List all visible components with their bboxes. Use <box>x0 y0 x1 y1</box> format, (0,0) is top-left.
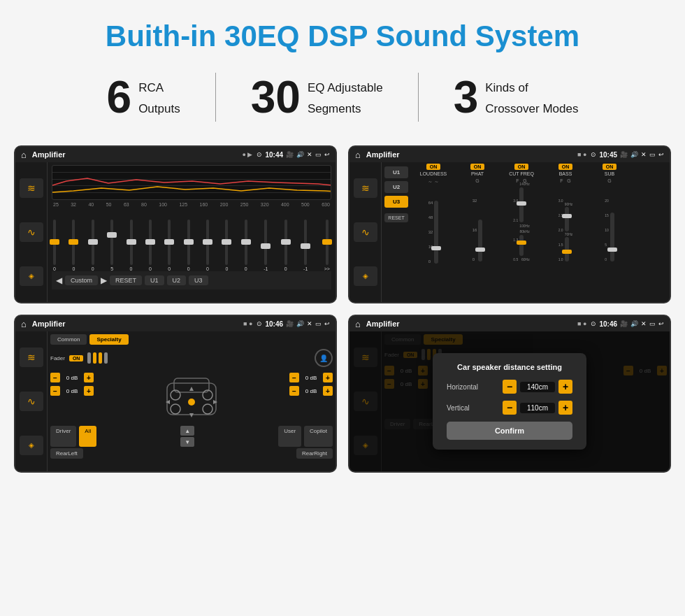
bass-slider2[interactable] <box>565 237 569 262</box>
eq-freq-labels: 25 32 40 50 63 80 100 125 160 200 250 32… <box>52 202 331 207</box>
chevron-up-btn[interactable]: ▲ <box>180 426 194 436</box>
db-minus-rr[interactable]: − <box>289 386 299 396</box>
dialog-vertical-plus[interactable]: + <box>558 401 572 415</box>
eq-prev-icon[interactable]: ◀ <box>56 275 62 285</box>
screen1-back-icon[interactable]: ↩ <box>324 151 330 158</box>
eq-reset-btn[interactable]: RESET <box>110 275 142 285</box>
screen3-wave-btn[interactable]: ∿ <box>20 392 43 411</box>
screen4-home-icon[interactable]: ⌂ <box>355 319 361 329</box>
screen3-home-icon[interactable]: ⌂ <box>21 319 27 329</box>
speaker-bottom-btns2: RearLeft RearRight <box>50 448 333 459</box>
db-control-fl: − 0 dB + <box>50 373 94 382</box>
btn-copilot[interactable]: Copilot <box>304 426 333 447</box>
eq-slider-12: -1 <box>264 220 268 271</box>
screen-distance: ⌂ Amplifier ■ ● ⊙ 10:46 🎥 🔊 ✕ ▭ ↩ ≋ ∿ ◈ <box>348 315 671 473</box>
sub-slider[interactable] <box>610 213 614 262</box>
screen4-statusbar: ⌂ Amplifier ■ ● ⊙ 10:46 🎥 🔊 ✕ ▭ ↩ <box>349 316 670 331</box>
eq-u3-btn[interactable]: U3 <box>189 275 208 285</box>
bass-slider-area: 3.02.52.01.51.0 90Hz 70Hz <box>558 185 573 262</box>
eq-slider-13: 0 <box>284 220 287 271</box>
stat-rca: 6 RCA Outputs <box>72 75 215 120</box>
speaker-settings-icon[interactable]: 👤 <box>315 349 333 367</box>
db-minus-fr[interactable]: − <box>289 373 299 382</box>
bass-slider1[interactable] <box>565 207 569 231</box>
bass-on[interactable]: ON <box>558 164 573 170</box>
speaker-main: Common Specialty Fader ON 👤 <box>48 331 336 471</box>
dialog-vertical-minus[interactable]: − <box>503 401 517 415</box>
stat-number-eq: 30 <box>251 75 301 120</box>
stat-number-rca: 6 <box>107 75 132 120</box>
speaker-layout: − 0 dB + − 0 dB + <box>50 373 333 422</box>
screen4-title: Amplifier <box>366 320 575 328</box>
cutfreq-slider1[interactable] <box>519 187 524 222</box>
screen3-status-icons: ⊙ 10:46 🎥 🔊 ✕ ▭ ↩ <box>257 320 330 328</box>
tab-common[interactable]: Common <box>50 334 87 345</box>
db-minus-rl[interactable]: − <box>50 386 60 396</box>
fader-bar-4 <box>104 352 108 364</box>
screen3-title: Amplifier <box>32 320 240 328</box>
preset-u2[interactable]: U2 <box>384 181 408 193</box>
eq-next-icon[interactable]: ▶ <box>101 275 107 285</box>
btn-all[interactable]: All <box>79 426 96 447</box>
btn-rearright[interactable]: RearRight <box>296 448 333 459</box>
crossover-phat: ON PHAT G 32160 <box>456 164 498 301</box>
stat-text-crossover1: Kinds of <box>485 75 578 96</box>
screen1-home-icon[interactable]: ⌂ <box>21 150 27 160</box>
eq-slider-7: 0 <box>168 220 171 271</box>
btn-rearleft[interactable]: RearLeft <box>50 448 83 459</box>
db-plus-fr[interactable]: + <box>323 373 333 382</box>
tab-specialty[interactable]: Specialty <box>89 334 128 345</box>
cutfreq-on[interactable]: ON <box>514 164 529 170</box>
screen2-wave-btn[interactable]: ∿ <box>354 222 377 242</box>
screen2-eq-btn[interactable]: ≋ <box>354 178 377 198</box>
eq-area: 25 32 40 50 63 80 100 125 160 200 250 32… <box>48 162 336 302</box>
stat-eq: 30 EQ Adjustable Segments <box>216 75 418 120</box>
eq-slider-3: 0 <box>92 220 94 271</box>
db-minus-fl[interactable]: − <box>50 373 60 382</box>
screen3-speaker-btn[interactable]: ◈ <box>20 436 43 455</box>
cutfreq-slider2[interactable] <box>519 235 524 256</box>
screen1-side-controls: ≋ ∿ ◈ <box>15 162 48 302</box>
eq-filter-btn[interactable]: ≋ <box>20 178 43 198</box>
crossover-reset[interactable]: RESET <box>384 213 408 222</box>
dialog-horizontal-minus[interactable]: − <box>503 380 517 394</box>
screen2-speaker-btn[interactable]: ◈ <box>354 266 377 286</box>
fader-on-badge[interactable]: ON <box>69 355 84 361</box>
speaker-bottom-btns: Driver All ▲ ▼ User Copilot <box>50 426 333 447</box>
chevron-down-btn[interactable]: ▼ <box>180 437 194 447</box>
screen3-eq-btn[interactable]: ≋ <box>20 348 43 367</box>
db-plus-rl[interactable]: + <box>84 386 94 396</box>
dialog-horizontal-plus[interactable]: + <box>558 380 572 394</box>
sub-on[interactable]: ON <box>603 164 617 170</box>
svg-point-5 <box>203 404 212 414</box>
page-title: Buith-in 30EQ DSP Sound System <box>0 0 685 66</box>
screen4-time: 10:46 <box>599 320 617 328</box>
stat-text-crossover2: Crossover Modes <box>485 96 578 117</box>
eq-slider-4: 5 <box>110 220 113 271</box>
eq-slider-6: 0 <box>149 220 152 271</box>
phat-on[interactable]: ON <box>470 164 485 170</box>
loudness-on[interactable]: ON <box>426 164 441 170</box>
btn-user[interactable]: User <box>278 426 301 447</box>
screen3-body: ≋ ∿ ◈ Common Specialty Fader ON <box>15 331 336 471</box>
db-control-rl: − 0 dB + <box>50 386 94 396</box>
phat-slider-area: 32160 <box>473 185 483 262</box>
loudness-slider[interactable] <box>434 201 438 264</box>
preset-u3[interactable]: U3 <box>384 196 408 208</box>
screen2-title: Amplifier <box>366 150 575 159</box>
eq-u1-btn[interactable]: U1 <box>145 275 164 285</box>
db-plus-fl[interactable]: + <box>84 373 94 382</box>
phat-slider[interactable] <box>478 220 482 262</box>
eq-speaker-btn[interactable]: ◈ <box>20 266 43 286</box>
dialog-confirm-button[interactable]: Confirm <box>447 422 572 440</box>
screen1-title: Amplifier <box>32 150 240 159</box>
db-plus-rr[interactable]: + <box>323 386 333 396</box>
crossover-sub: ON SUB G 20151050 <box>589 164 630 301</box>
screen1-rect-icon: ▭ <box>315 151 322 158</box>
screen2-side-controls: ≋ ∿ ◈ <box>349 162 382 302</box>
eq-u2-btn[interactable]: U2 <box>167 275 187 285</box>
preset-u1[interactable]: U1 <box>384 166 408 178</box>
screen2-home-icon[interactable]: ⌂ <box>355 150 361 160</box>
eq-wave-btn[interactable]: ∿ <box>20 222 43 242</box>
btn-driver[interactable]: Driver <box>50 426 76 447</box>
